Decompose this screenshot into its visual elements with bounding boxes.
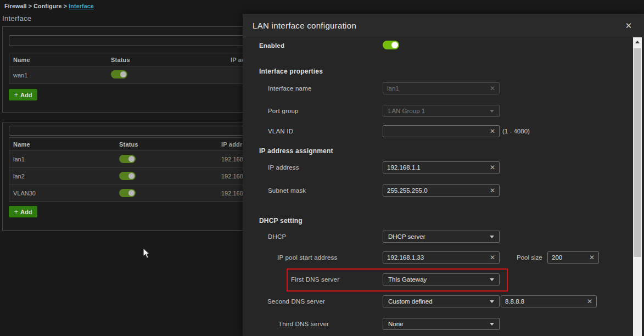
cell-name: wan1 (9, 72, 111, 79)
modal-header: LAN interface configuration ✕ (243, 14, 644, 37)
dhcp-label: DHCP (268, 231, 286, 243)
second-dns-row: Second DNS server Custom defined ✕ (243, 295, 644, 307)
wan1-status-toggle[interactable] (111, 70, 127, 79)
ip-pool-start-field: ✕ (383, 251, 500, 264)
cell-name: VLAN30 (9, 190, 119, 197)
dhcp-mode-dropdown[interactable]: DHCP server (383, 231, 500, 243)
ip-address-input[interactable] (387, 164, 486, 171)
chevron-down-icon (490, 278, 494, 281)
section-interface-properties: Interface properties (259, 68, 323, 75)
clear-icon[interactable]: ✕ (490, 164, 495, 171)
breadcrumb-path: Firewall > Configure > (4, 3, 67, 9)
lan-add-button[interactable]: + Add (9, 206, 37, 217)
pool-size-label: Pool size (517, 251, 542, 264)
enabled-toggle[interactable] (383, 41, 399, 49)
vlan30-status-toggle[interactable] (119, 189, 136, 197)
clear-icon[interactable]: ✕ (589, 254, 595, 261)
column-header-name: Name (9, 141, 119, 148)
breadcrumb-link-interface[interactable]: Interface (69, 3, 94, 9)
toggle-knob (120, 71, 126, 77)
port-group-row: Port group LAN Group 1 (243, 105, 644, 117)
third-dns-row: Third DNS server None (243, 318, 644, 330)
modal-title: LAN interface configuration (253, 21, 356, 30)
pool-size-input[interactable] (552, 254, 586, 261)
port-group-value: LAN Group 1 (388, 108, 425, 114)
first-dns-value: This Gateway (388, 276, 427, 283)
chevron-down-icon (490, 323, 494, 326)
cell-name: lan1 (9, 156, 119, 163)
second-dns-dropdown[interactable]: Custom defined (383, 295, 500, 307)
first-dns-label: First DNS server (291, 273, 339, 285)
interface-name-field: ✕ (383, 82, 500, 94)
third-dns-value: None (388, 321, 404, 327)
subnet-mask-label: Subnet mask (268, 184, 306, 197)
third-dns-label: Third DNS server (278, 318, 329, 330)
column-header-status: Status (111, 57, 231, 63)
chevron-down-icon (490, 110, 494, 113)
vlan-id-input[interactable] (387, 128, 486, 135)
interface-name-label: Interface name (268, 82, 312, 94)
ip-address-label: IP address (268, 161, 299, 173)
app-screen: Firewall > Configure > Interface Interfa… (0, 0, 644, 336)
wan-add-button[interactable]: + Add (9, 89, 37, 100)
first-dns-dropdown[interactable]: This Gateway (383, 273, 500, 285)
interface-name-row: Interface name ✕ (243, 82, 644, 94)
chevron-down-icon (490, 300, 494, 303)
clear-icon[interactable]: ✕ (490, 254, 495, 261)
port-group-label: Port group (268, 105, 299, 117)
lan-configuration-modal: LAN interface configuration ✕ Enabled In… (243, 14, 644, 336)
subnet-mask-row: Subnet mask ✕ (243, 184, 644, 197)
subnet-mask-input[interactable] (387, 187, 486, 194)
column-header-status: Status (119, 141, 221, 148)
interface-name-input[interactable] (387, 85, 486, 92)
mouse-cursor-icon (143, 248, 151, 261)
dhcp-mode-value: DHCP server (388, 233, 425, 240)
second-dns-label: Second DNS server (267, 295, 325, 307)
arrow-up-icon (635, 41, 640, 43)
toggle-knob (128, 190, 135, 196)
toggle-knob (128, 156, 135, 162)
pool-size-field: ✕ (547, 251, 599, 264)
wan-add-label: Add (20, 92, 32, 98)
ip-pool-start-label: IP pool start address (277, 251, 337, 264)
subnet-mask-field: ✕ (383, 184, 500, 197)
second-dns-value: Custom defined (388, 298, 433, 305)
vlan-id-label: VLAN ID (268, 125, 293, 137)
clear-icon[interactable]: ✕ (490, 85, 495, 92)
ip-address-field: ✕ (383, 161, 500, 173)
close-icon[interactable]: ✕ (622, 19, 635, 32)
section-ip-assignment: IP address assignment (259, 147, 333, 155)
section-dhcp-setting: DHCP setting (259, 217, 303, 225)
page-title: Interface (2, 14, 31, 23)
column-header-name: Name (9, 57, 111, 63)
plus-icon: + (14, 91, 19, 98)
clear-icon[interactable]: ✕ (490, 128, 495, 135)
ip-pool-start-input[interactable] (387, 254, 486, 261)
breadcrumb: Firewall > Configure > Interface (4, 3, 94, 9)
enabled-row: Enabled (243, 40, 644, 52)
lan1-status-toggle[interactable] (119, 155, 136, 163)
plus-icon: + (14, 208, 19, 215)
scrollbar-up-button[interactable] (633, 37, 642, 46)
cell-name: lan2 (9, 173, 119, 180)
second-dns-custom-field: ✕ (501, 295, 597, 307)
vlan-id-field: ✕ (383, 125, 500, 137)
vlan-id-row: VLAN ID ✕ (1 - 4080) (243, 125, 644, 137)
lan2-status-toggle[interactable] (119, 172, 136, 180)
scrollbar-thumb[interactable] (634, 48, 641, 257)
vlan-id-hint: (1 - 4080) (502, 125, 530, 137)
toggle-knob (128, 173, 135, 179)
modal-scrollbar (633, 37, 642, 336)
chevron-down-icon (490, 236, 494, 238)
lan-add-label: Add (20, 209, 32, 215)
second-dns-custom-input[interactable] (505, 298, 584, 305)
clear-icon[interactable]: ✕ (490, 187, 495, 194)
first-dns-row: First DNS server This Gateway (243, 273, 644, 285)
ip-address-row: IP address ✕ (243, 161, 644, 173)
third-dns-dropdown[interactable]: None (383, 318, 500, 330)
toggle-knob (391, 42, 398, 48)
port-group-dropdown[interactable]: LAN Group 1 (383, 105, 500, 117)
clear-icon[interactable]: ✕ (587, 298, 592, 305)
enabled-label: Enabled (259, 40, 284, 52)
dhcp-mode-row: DHCP DHCP server (243, 231, 644, 243)
